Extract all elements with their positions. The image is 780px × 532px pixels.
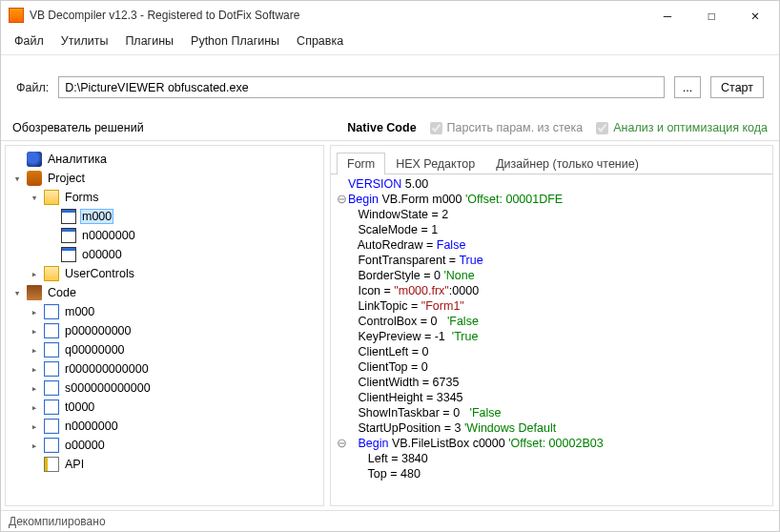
expander-icon[interactable]: ▾ bbox=[11, 287, 23, 299]
fold-gutter bbox=[335, 237, 348, 253]
tree-code-item[interactable]: ▸s000000000000 bbox=[6, 379, 323, 398]
parse-params-checkbox[interactable]: Парсить парам. из стека bbox=[430, 121, 584, 134]
expander-icon[interactable]: ▸ bbox=[29, 382, 40, 395]
tree-form-o00000[interactable]: o00000 bbox=[6, 245, 323, 264]
file-path-input[interactable] bbox=[58, 76, 665, 98]
expander-icon[interactable]: ▸ bbox=[29, 401, 40, 414]
code-line[interactable]: LinkTopic = "Form1" bbox=[335, 298, 770, 314]
form-icon bbox=[61, 228, 76, 243]
expander-icon[interactable]: ▸ bbox=[29, 268, 40, 280]
gear-icon bbox=[27, 171, 42, 186]
fold-gutter[interactable]: ⊖ bbox=[335, 436, 348, 451]
expander-icon[interactable]: ▸ bbox=[29, 325, 40, 338]
menu-plugins[interactable]: Плагины bbox=[117, 31, 181, 51]
code-line[interactable]: ClientHeight = 3345 bbox=[335, 390, 770, 405]
code-editor[interactable]: VERSION 5.00⊖Begin VB.Form m000 'Offset:… bbox=[331, 174, 772, 505]
expander-icon[interactable]: ▸ bbox=[29, 440, 40, 452]
code-line[interactable]: StartUpPosition = 3 'Windows Default bbox=[335, 420, 770, 436]
code-line[interactable]: ScaleMode = 1 bbox=[335, 222, 770, 237]
fold-gutter bbox=[335, 344, 348, 359]
fold-gutter bbox=[335, 298, 348, 314]
code-line[interactable]: KeyPreview = -1 'True bbox=[335, 329, 770, 344]
fold-gutter bbox=[335, 283, 348, 298]
tree-analytics[interactable]: Аналитика bbox=[6, 150, 323, 169]
fold-gutter bbox=[335, 375, 348, 390]
tree-code-item[interactable]: ▸p000000000 bbox=[6, 321, 323, 340]
tree-code[interactable]: ▾Code bbox=[6, 283, 323, 302]
code-line[interactable]: ShowInTaskbar = 0 'False bbox=[335, 405, 770, 420]
opt-checkbox[interactable]: Анализ и оптимизация кода bbox=[596, 121, 768, 134]
start-button[interactable]: Старт bbox=[710, 76, 764, 98]
code-line[interactable]: ClientTop = 0 bbox=[335, 359, 770, 375]
statusbar: Декомпилировано bbox=[1, 510, 779, 531]
expander-icon[interactable]: ▸ bbox=[29, 344, 40, 357]
fold-gutter bbox=[335, 207, 348, 222]
code-line[interactable]: ⊖ Begin VB.FileListBox c0000 'Offset: 00… bbox=[335, 436, 770, 451]
code-line[interactable]: Left = 3840 bbox=[335, 451, 770, 466]
status-text: Декомпилировано bbox=[9, 515, 106, 528]
tree-form-m000[interactable]: m000 bbox=[6, 207, 323, 226]
menu-file[interactable]: Файл bbox=[7, 31, 51, 51]
solution-explorer-label: Обозреватель решений bbox=[12, 121, 144, 134]
menu-help[interactable]: Справка bbox=[289, 31, 351, 51]
tree-code-item[interactable]: ▸o00000 bbox=[6, 436, 323, 455]
fold-gutter bbox=[335, 329, 348, 344]
tree-code-item[interactable]: ▸r000000000000 bbox=[6, 359, 323, 379]
code-line[interactable]: ClientLeft = 0 bbox=[335, 344, 770, 359]
fold-gutter bbox=[335, 222, 348, 237]
form-icon bbox=[61, 247, 76, 262]
solution-tree[interactable]: Аналитика ▾Project ▾Forms m000 n0000000 … bbox=[5, 145, 324, 506]
module-icon bbox=[44, 323, 59, 338]
code-line[interactable]: FontTransparent = True bbox=[335, 253, 770, 268]
close-button[interactable]: ✕ bbox=[733, 1, 777, 30]
book-icon bbox=[27, 285, 42, 300]
native-code-label: Native Code bbox=[347, 121, 416, 134]
expander-icon[interactable]: ▸ bbox=[29, 363, 40, 376]
tree-code-item[interactable]: ▸n0000000 bbox=[6, 417, 323, 436]
parse-params-input[interactable] bbox=[430, 122, 442, 134]
module-icon bbox=[44, 380, 59, 396]
chart-icon bbox=[27, 152, 42, 167]
maximize-button[interactable]: ☐ bbox=[689, 1, 733, 30]
tree-code-item[interactable]: ▸q00000000 bbox=[6, 340, 323, 359]
folder-icon bbox=[44, 190, 59, 205]
tree-forms[interactable]: ▾Forms bbox=[6, 188, 323, 207]
code-line[interactable]: Top = 480 bbox=[335, 466, 770, 481]
code-line[interactable]: AutoRedraw = False bbox=[335, 237, 770, 253]
expander-icon[interactable]: ▾ bbox=[11, 173, 23, 185]
fold-gutter bbox=[335, 405, 348, 420]
code-line[interactable]: ControlBox = 0 'False bbox=[335, 314, 770, 329]
tree-project[interactable]: ▾Project bbox=[6, 169, 323, 188]
code-panel: Form HEX Редактор Дизайнер (только чтени… bbox=[330, 145, 773, 506]
code-line[interactable]: WindowState = 2 bbox=[335, 207, 770, 222]
tree-usercontrols[interactable]: ▸UserControls bbox=[6, 264, 323, 283]
tree-code-item[interactable]: ▸m000 bbox=[6, 302, 323, 321]
api-icon bbox=[44, 457, 59, 472]
tree-code-api[interactable]: API bbox=[6, 455, 323, 474]
code-line[interactable]: Icon = "m000.frx":0000 bbox=[335, 283, 770, 298]
tab-designer[interactable]: Дизайнер (только чтение) bbox=[485, 153, 649, 174]
module-icon bbox=[44, 438, 59, 453]
menu-utilities[interactable]: Утилиты bbox=[53, 31, 116, 51]
code-line[interactable]: ⊖Begin VB.Form m000 'Offset: 00001DFE bbox=[335, 192, 770, 207]
fold-gutter bbox=[335, 451, 348, 466]
folder-icon bbox=[44, 266, 59, 281]
menu-python-plugins[interactable]: Python Плагины bbox=[183, 31, 287, 51]
code-line[interactable]: VERSION 5.00 bbox=[335, 176, 770, 192]
tab-hex[interactable]: HEX Редактор bbox=[385, 153, 485, 174]
opt-input[interactable] bbox=[596, 122, 608, 134]
code-line[interactable]: BorderStyle = 0 'None bbox=[335, 268, 770, 283]
browse-button[interactable]: ... bbox=[674, 76, 701, 98]
expander-icon[interactable]: ▸ bbox=[29, 420, 40, 433]
filebar: Файл: ... Старт bbox=[1, 55, 779, 117]
tree-form-n0000000[interactable]: n0000000 bbox=[6, 226, 323, 245]
tab-form[interactable]: Form bbox=[337, 153, 385, 174]
code-line[interactable]: ClientWidth = 6735 bbox=[335, 375, 770, 390]
expander-icon[interactable]: ▸ bbox=[29, 306, 40, 318]
fold-gutter[interactable]: ⊖ bbox=[335, 192, 348, 207]
minimize-button[interactable]: — bbox=[646, 1, 689, 30]
fold-gutter bbox=[335, 314, 348, 329]
tree-code-item[interactable]: ▸t0000 bbox=[6, 398, 323, 417]
expander-icon[interactable]: ▾ bbox=[29, 192, 40, 204]
file-label: Файл: bbox=[16, 81, 49, 94]
